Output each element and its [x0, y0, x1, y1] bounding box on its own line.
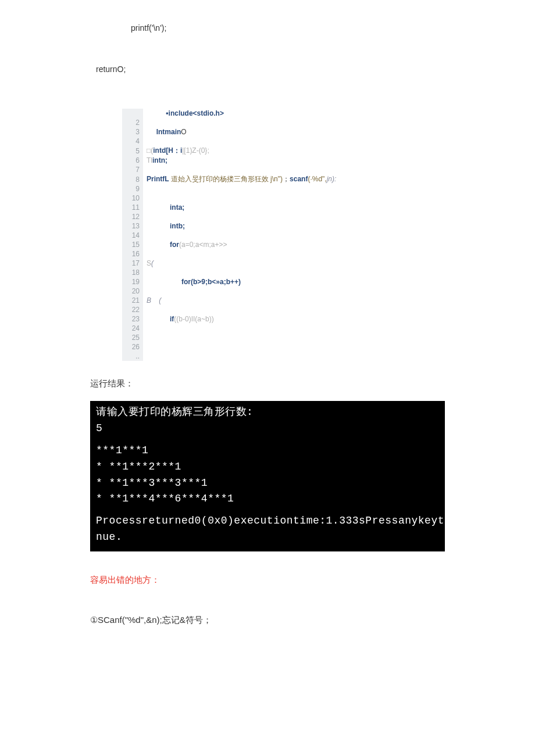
- line-number: 26: [122, 342, 143, 352]
- terminal-line: Processreturned0(0x0)executiontime:1.333…: [96, 513, 439, 529]
- line-number: 2: [122, 118, 143, 127]
- code-line: [143, 324, 340, 333]
- line-number: 22: [122, 305, 143, 314]
- code-line: intb;: [143, 221, 340, 231]
- line-number: 16: [122, 249, 143, 259]
- code-line: [143, 118, 340, 127]
- line-number: 10: [122, 194, 143, 203]
- code-line: for(a=0;a<m;a+>>: [143, 240, 340, 249]
- editor-table: •include<stdio.h>23 IntmainO45□(intd[H：i…: [122, 109, 340, 361]
- line-number: 13: [122, 221, 143, 231]
- terminal-line: * **1***3***3***1: [96, 475, 439, 492]
- code-line: [143, 212, 340, 221]
- line-number: 6: [122, 156, 143, 165]
- code-line: □(intd[H：i|[1)Z-(0};: [143, 146, 340, 156]
- line-number: 9: [122, 184, 143, 194]
- code-line: PrintfL 道始入旻打印的杨搂三角形狂效 j\n")；scanf(·%d",…: [143, 174, 340, 184]
- error-places-heading: 容易出错的地方：: [90, 575, 500, 586]
- code-line: [143, 249, 340, 259]
- terminal-line: * **1***4***6***4***1: [96, 491, 439, 507]
- code-line: [143, 342, 340, 352]
- code-line-return: returnO;: [96, 65, 500, 74]
- line-number: 23: [122, 314, 143, 324]
- run-result-heading: 运行结果：: [90, 378, 500, 389]
- line-number: 8: [122, 174, 143, 184]
- code-line: [143, 194, 340, 203]
- code-line: [143, 286, 340, 296]
- terminal-blank: [96, 507, 439, 513]
- code-line: for(b>9;b<»a;b++): [143, 277, 340, 286]
- line-number: 21: [122, 296, 143, 305]
- terminal-line: 请输入要打印的杨辉三角形行数:: [96, 404, 439, 421]
- top-code-snippet: printf('\n'); returnO;: [35, 23, 500, 74]
- code-line: Tlintn;: [143, 156, 340, 165]
- document-page: printf('\n'); returnO; •include<stdio.h>…: [0, 0, 535, 678]
- code-line: [143, 165, 340, 174]
- line-number: 11: [122, 203, 143, 212]
- terminal-line: * **1***2***1: [96, 459, 439, 475]
- code-line: [143, 268, 340, 277]
- line-number: 7: [122, 165, 143, 174]
- line-number: 3: [122, 127, 143, 137]
- line-number: 20: [122, 286, 143, 296]
- code-line: inta;: [143, 203, 340, 212]
- code-line: [143, 333, 340, 342]
- code-line: [143, 184, 340, 194]
- code-line: [143, 352, 340, 361]
- code-line: [143, 231, 340, 240]
- line-number: 12: [122, 212, 143, 221]
- line-number: 19: [122, 277, 143, 286]
- code-line: [143, 137, 340, 146]
- line-number: 14: [122, 231, 143, 240]
- line-number: 4: [122, 137, 143, 146]
- line-number: 17: [122, 259, 143, 268]
- code-line: S(: [143, 259, 340, 268]
- code-line: IntmainO: [143, 127, 340, 137]
- terminal-line: nue.: [96, 529, 439, 546]
- terminal-line: 5: [96, 421, 439, 437]
- line-number: 24: [122, 324, 143, 333]
- terminal-output: 请输入要打印的杨辉三角形行数: 5 ***1***1 * **1***2***1…: [90, 401, 445, 551]
- terminal-blank: [96, 437, 439, 443]
- line-number: 15: [122, 240, 143, 249]
- code-line: [143, 305, 340, 314]
- code-line: if((b-0)II(a~b)): [143, 314, 340, 324]
- line-number: 5: [122, 146, 143, 156]
- code-line-printf: printf('\n');: [131, 23, 500, 33]
- error-point-1: ①SCanf("%d",&n);忘记&符号；: [90, 615, 500, 626]
- line-number: 25: [122, 333, 143, 342]
- line-number: ..: [122, 352, 143, 361]
- terminal-line: ***1***1: [96, 443, 439, 459]
- code-line: •include<stdio.h>: [143, 109, 340, 118]
- code-editor: •include<stdio.h>23 IntmainO45□(intd[H：i…: [122, 109, 500, 361]
- code-line: B (: [143, 296, 340, 305]
- line-number: [122, 109, 143, 118]
- line-number: 18: [122, 268, 143, 277]
